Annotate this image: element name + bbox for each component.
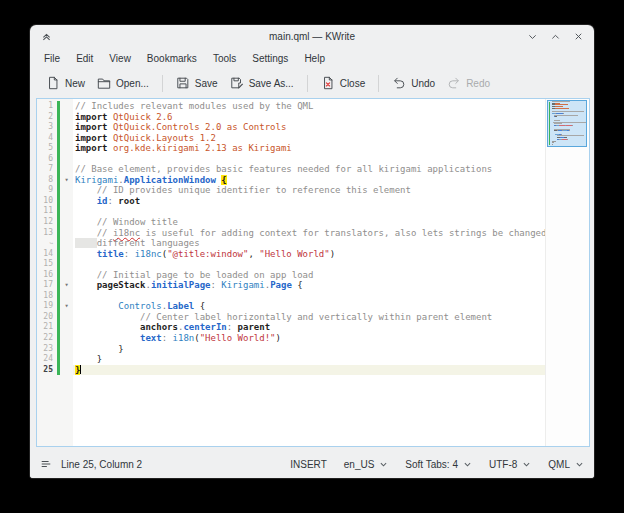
menu-tools[interactable]: Tools [205,51,244,66]
toolbar-separator [307,75,308,92]
code-text [73,259,546,270]
open-button[interactable]: Open... [91,72,155,94]
undo-button[interactable]: Undo [386,72,441,94]
wrap-marker: ↪ [37,238,57,249]
toolbar-separator [378,75,379,92]
line-number: 18 [37,291,57,302]
code-line: 3import QtQuick.Controls 2.0 as Controls [37,122,546,133]
code-text: // Window title [73,217,546,228]
code-line: 6 [37,154,546,165]
statusbar-syntax-mode[interactable]: QML [548,459,584,470]
minimize-button[interactable] [526,30,539,43]
minimap-modified-marker [549,102,550,145]
scrollbar-track[interactable] [545,99,589,446]
statusbar-insert-mode[interactable]: INSERT [290,459,327,470]
code-line: 2import QtQuick 2.6 [37,112,546,123]
fold-column [60,154,73,165]
fold-column [60,101,73,112]
line-number: 13 [37,228,57,239]
title-bar[interactable]: main.qml — KWrite [30,25,594,48]
statusbar-encoding[interactable]: UTF-8 [489,459,531,470]
code-line: 7// Base element, provides basic feature… [37,164,546,175]
line-number: 16 [37,270,57,281]
fold-column [60,217,73,228]
save-as-button[interactable]: Save As... [224,72,300,94]
code-area[interactable]: 1// Includes relevant modules used by th… [37,101,546,375]
fold-marker-icon[interactable]: ▾ [60,175,73,186]
toolbar-button-label: Undo [411,78,435,89]
chevron-down-icon [522,461,531,468]
save-button[interactable]: Save [170,72,224,94]
redo-button[interactable]: Redo [441,72,496,94]
code-line: 9 // ID provides unique identifier to re… [37,185,546,196]
window-controls [526,30,585,43]
code-text: import QtQuick.Controls 2.0 as Controls [73,122,546,133]
scrollbar-minimap[interactable] [547,100,587,147]
menu-settings[interactable]: Settings [244,51,296,66]
fold-column [60,196,73,207]
line-number: 17 [37,280,57,291]
code-text: } [73,365,546,376]
fold-column [60,322,73,333]
save-icon [176,76,190,90]
close-button[interactable]: Close [315,72,372,94]
statusbar-dictionary[interactable]: en_US [344,459,389,470]
word-count-icon[interactable] [40,458,52,470]
maximize-button[interactable] [549,30,562,43]
statusbar-tab-settings-label: Soft Tabs: 4 [405,459,458,470]
fold-marker-icon[interactable]: ▾ [60,301,73,312]
line-number: 2 [37,112,57,123]
toolbar-button-label: New [65,78,85,89]
code-line: 10 id: root [37,196,546,207]
chevron-down-icon [379,461,388,468]
code-line: 23 } [37,344,546,355]
line-number: 10 [37,196,57,207]
cursor-position-label[interactable]: Line 25, Column 2 [61,459,142,470]
new-document-icon [46,76,60,90]
code-line: 20 // Center label horizontally and vert… [37,312,546,323]
code-text: import QtQuick 2.6 [73,112,546,123]
line-number: 6 [37,154,57,165]
new-button[interactable]: New [40,72,91,94]
code-text [73,291,546,302]
code-text: // Initial page to be loaded on app load [73,270,546,281]
code-line: 15 [37,259,546,270]
save-as-icon [230,76,244,90]
fold-column [60,122,73,133]
menu-edit[interactable]: Edit [68,51,101,66]
code-line: 11 [37,206,546,217]
menu-file[interactable]: File [36,51,68,66]
code-line: 25} [37,365,546,376]
line-number: 8 [37,175,57,186]
close-button[interactable] [572,30,585,43]
code-line: 19▾ Controls.Label { [37,301,546,312]
chevron-down-icon [463,461,472,468]
fold-column [60,354,73,365]
menu-help[interactable]: Help [296,51,333,66]
line-number: 15 [37,259,57,270]
code-text: // Center label horizontally and vertica… [73,312,546,323]
menu-view[interactable]: View [101,51,139,66]
code-text: // Base element, provides basic features… [73,164,546,175]
status-bar: Line 25, Column 2 INSERTen_USSoft Tabs: … [30,450,594,478]
toolbar-button-label: Close [340,78,366,89]
main-toolbar: NewOpen...SaveSave As...CloseUndoRedo [30,68,594,98]
fold-column [60,333,73,344]
code-text: pageStack.initialPage: Kirigami.Page { [73,280,546,291]
text-editor-view[interactable]: 1// Includes relevant modules used by th… [36,98,590,447]
keep-above-icon[interactable] [39,30,53,44]
code-line: 22 text: i18n("Hello World!") [37,333,546,344]
statusbar-dictionary-label: en_US [344,459,375,470]
fold-column [60,228,73,239]
line-number: 4 [37,133,57,144]
statusbar-insert-mode-label: INSERT [290,459,327,470]
statusbar-tab-settings[interactable]: Soft Tabs: 4 [405,459,472,470]
line-number: 25 [37,365,57,376]
fold-column [60,133,73,144]
menu-bookmarks[interactable]: Bookmarks [139,51,205,66]
fold-marker-icon[interactable]: ▾ [60,280,73,291]
close-document-icon [321,76,335,90]
statusbar-syntax-mode-label: QML [548,459,570,470]
fold-column [60,164,73,175]
code-text: import QtQuick.Layouts 1.2 [73,133,546,144]
